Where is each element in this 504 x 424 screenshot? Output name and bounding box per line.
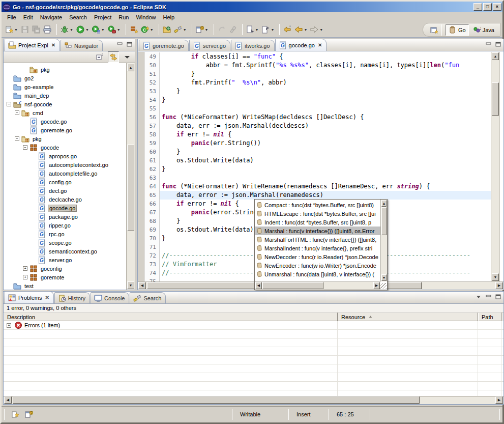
code-line-58[interactable]: 58 if err != nil { bbox=[144, 130, 491, 139]
scroll-thumb[interactable] bbox=[381, 207, 387, 235]
run-config-button[interactable]: ▼ bbox=[91, 24, 106, 35]
completion-proposal[interactable]: NewDecoder : func(r io.Reader) *json.Dec… bbox=[255, 252, 380, 261]
completion-proposal[interactable]: Compact : func(dst *bytes.Buffer, src []… bbox=[255, 201, 380, 209]
code-line-57[interactable]: 57 data, err := json.Marshal(decldescs) bbox=[144, 122, 491, 130]
maximize-view-icon[interactable] bbox=[126, 41, 133, 47]
expand-icon[interactable]: + bbox=[23, 275, 27, 279]
scroll-thumb[interactable] bbox=[13, 397, 420, 404]
menu-navigate[interactable]: Navigate bbox=[37, 13, 66, 21]
tree-item-package-go[interactable]: Gpackage.go bbox=[4, 212, 126, 221]
link-editor-button[interactable] bbox=[108, 51, 119, 63]
line-text[interactable]: abbr = fmt.Sprintf("%s %s%s", classes[i]… bbox=[160, 61, 491, 70]
dropdown-arrow-icon[interactable]: ▼ bbox=[70, 28, 73, 32]
line-text[interactable]: panic(err.String()) bbox=[160, 139, 491, 148]
maximize-button[interactable]: □ bbox=[483, 3, 492, 11]
menu-window[interactable]: Window bbox=[132, 13, 159, 21]
code-line-49[interactable]: 49 if classes[i] == "func" { bbox=[144, 52, 491, 61]
scroll-up-icon[interactable]: ▲ bbox=[127, 64, 134, 71]
completion-proposal[interactable]: NewEncoder : func(w io.Writer) *json.Enc… bbox=[255, 261, 380, 270]
new-package-button[interactable] bbox=[128, 24, 139, 35]
popup-vertical-scrollbar[interactable]: ▲ ▼ bbox=[380, 200, 387, 281]
close-tab-icon[interactable]: ✕ bbox=[45, 295, 49, 300]
menu-help[interactable]: Help bbox=[160, 13, 179, 21]
collapse-icon[interactable]: − bbox=[23, 145, 27, 150]
scroll-thumb[interactable] bbox=[127, 145, 134, 231]
minimize-view-icon[interactable] bbox=[116, 41, 124, 47]
tree-item-cmd[interactable]: −cmd bbox=[4, 108, 126, 117]
fast-view-button[interactable]: 0▼ bbox=[194, 24, 210, 35]
tree-item-gocode[interactable]: −gocode bbox=[4, 143, 126, 152]
scroll-up-icon[interactable]: ▲ bbox=[381, 200, 387, 207]
column-header-path[interactable]: Path bbox=[478, 313, 501, 321]
back-button[interactable]: ▼ bbox=[293, 24, 309, 35]
close-tab-icon[interactable]: ✕ bbox=[318, 42, 322, 48]
dropdown-arrow-icon[interactable]: ▼ bbox=[101, 28, 105, 32]
line-text[interactable]: data, error := json.Marshal(renamedescs) bbox=[160, 191, 491, 200]
close-tab-icon[interactable]: ✕ bbox=[51, 42, 55, 48]
editor-tab-goremote-go[interactable]: Ggoremote.go bbox=[139, 40, 189, 51]
tree-item-goconfig[interactable]: +goconfig bbox=[4, 264, 126, 273]
code-line-51[interactable]: 51 } bbox=[144, 70, 491, 78]
code-line-56[interactable]: 56func (*NiceFormatter) WriteSMap(declde… bbox=[144, 113, 491, 122]
line-text[interactable]: func (*NiceFormatter) WriteSMap(decldesc… bbox=[160, 113, 491, 122]
close-button[interactable]: × bbox=[493, 3, 501, 11]
line-text[interactable]: } bbox=[160, 96, 491, 104]
tree-item-scope-go[interactable]: Gscope.go bbox=[4, 238, 126, 247]
line-text[interactable]: if classes[i] == "func" { bbox=[160, 52, 491, 61]
prev-annotation-button[interactable]: ▼ bbox=[260, 24, 276, 35]
code-line-60[interactable]: 60 } bbox=[144, 148, 491, 156]
menu-edit[interactable]: Edit bbox=[20, 13, 37, 21]
problems-horizontal-scrollbar[interactable]: ◀ ▶ bbox=[4, 396, 503, 404]
line-text[interactable] bbox=[160, 104, 491, 113]
maximize-editor-icon[interactable] bbox=[494, 41, 502, 47]
tree-item-rpc-go[interactable]: Grpc.go bbox=[4, 230, 126, 238]
external-tools-button[interactable]: ▼ bbox=[106, 24, 122, 35]
line-text[interactable]: } bbox=[160, 148, 491, 156]
print-button[interactable] bbox=[42, 24, 53, 35]
code-line-65[interactable]: 65 data, error := json.Marshal(renamedes… bbox=[144, 191, 491, 200]
editor-tab-server-go[interactable]: Gserver.go bbox=[189, 40, 230, 51]
editor-ruler[interactable] bbox=[138, 52, 144, 281]
scroll-thumb[interactable] bbox=[262, 282, 323, 289]
next-annotation-button[interactable]: ▼ bbox=[245, 24, 260, 35]
minimize-button[interactable]: _ bbox=[473, 3, 482, 11]
menu-run[interactable]: Run bbox=[115, 13, 132, 21]
tree-item-semanticcontext-go[interactable]: Gsemanticcontext.go bbox=[4, 247, 126, 256]
scroll-right-icon[interactable]: ▶ bbox=[495, 282, 503, 289]
editor-tab-gocode-go[interactable]: Ggocode.go✕ bbox=[275, 39, 327, 51]
open-perspective-button[interactable] bbox=[428, 24, 439, 36]
minimize-editor-icon[interactable] bbox=[485, 41, 492, 47]
tree-item-go-example[interactable]: go-example bbox=[4, 82, 126, 91]
search-flashlight-button[interactable]: ▼ bbox=[172, 24, 188, 35]
tree-item-decl-go[interactable]: Gdecl.go bbox=[4, 186, 126, 195]
tree-item-gocode-go[interactable]: Ggocode.go bbox=[4, 204, 126, 212]
fast-view-button[interactable]: 0 bbox=[23, 409, 35, 420]
menu-project[interactable]: Project bbox=[91, 13, 115, 21]
collapse-icon[interactable]: − bbox=[15, 110, 19, 115]
line-text[interactable]: func (*NiceFormatter) WriteRename(rename… bbox=[160, 182, 491, 191]
problems-row-errors[interactable]: +Errors (1 item) bbox=[4, 321, 503, 330]
column-header-resource[interactable]: Resource bbox=[338, 313, 478, 321]
tree-item-server-go[interactable]: Gserver.go bbox=[4, 256, 126, 264]
completion-proposal[interactable]: MarshalIndent : func(v interface{}, pref… bbox=[255, 244, 380, 252]
tree-item-config-go[interactable]: Gconfig.go bbox=[4, 178, 126, 186]
tree-item-apropos-go[interactable]: Gapropos.go bbox=[4, 152, 126, 160]
new-class-button[interactable]: C▼ bbox=[139, 24, 155, 35]
dropdown-arrow-icon[interactable]: ▼ bbox=[319, 28, 323, 32]
code-line-53[interactable]: 53 } bbox=[144, 87, 491, 96]
tree-item-test[interactable]: test bbox=[4, 281, 126, 290]
dropdown-arrow-icon[interactable]: ▼ bbox=[205, 28, 209, 32]
completion-proposal[interactable]: Marshal : func(v interface{}) ([]uint8, … bbox=[255, 227, 380, 235]
tree-item-autocompletecontext-go[interactable]: Gautocompletecontext.go bbox=[4, 160, 126, 169]
editor-tab-itworks-go[interactable]: Gitworks.go bbox=[231, 40, 275, 51]
open-resource-button[interactable] bbox=[161, 24, 172, 35]
expand-icon[interactable]: + bbox=[23, 266, 27, 271]
completion-proposal[interactable]: MarshalForHTML : func(v interface{}) ([]… bbox=[255, 235, 380, 244]
code-line-61[interactable]: 61 os.Stdout.Write(data) bbox=[144, 156, 491, 165]
explorer-tab-navigator[interactable]: Navigator bbox=[61, 40, 103, 51]
completion-proposal[interactable]: HTMLEscape : func(dst *bytes.Buffer, src… bbox=[255, 209, 380, 218]
explorer-tab-project-expl[interactable]: Project Expl✕ bbox=[5, 39, 60, 51]
line-text[interactable] bbox=[160, 174, 491, 182]
popup-resize-grip[interactable] bbox=[380, 283, 387, 289]
line-text[interactable]: if err != nil { bbox=[160, 130, 491, 139]
